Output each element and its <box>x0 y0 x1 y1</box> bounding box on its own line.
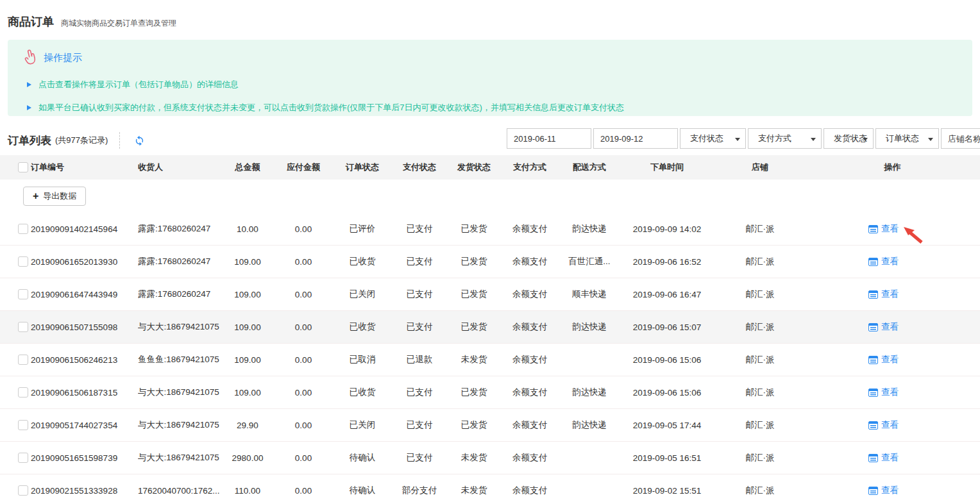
total-amount: 110.00 <box>223 486 273 496</box>
col-header-ship-status: 发货状态 <box>448 162 500 173</box>
table-body: 201909091402145964 露露:17680260247 10.00 … <box>0 213 980 502</box>
row-checkbox[interactable] <box>18 420 28 430</box>
shop-name: 邮汇·派 <box>715 256 805 267</box>
row-checkbox[interactable] <box>18 355 28 365</box>
delivery-method: 韵达快递 <box>560 387 619 398</box>
table-header: 订单编号 收货人 总金额 应付金额 订单状态 支付状态 发货状态 支付方式 配送… <box>0 155 980 180</box>
consignee: 与大大:18679421075 <box>138 452 223 464</box>
row-checkbox[interactable] <box>18 322 28 332</box>
chevron-down-icon <box>928 138 933 141</box>
order-status: 已关闭 <box>334 419 391 431</box>
delivery-method: 韵达快递 <box>560 419 619 431</box>
dashed-divider <box>119 132 120 149</box>
order-status: 待确认 <box>334 485 391 496</box>
order-number: 201909061647443949 <box>31 290 138 299</box>
due-amount: 0.00 <box>273 224 334 234</box>
view-order-link[interactable]: 查看 <box>868 452 899 464</box>
tips-title: 操作提示 <box>24 49 957 67</box>
pay-status: 已支付 <box>391 419 448 431</box>
view-icon <box>868 323 878 331</box>
row-checkbox[interactable] <box>18 256 28 267</box>
pay-method-select-label: 支付方式 <box>758 133 791 144</box>
total-amount: 2980.00 <box>223 453 273 463</box>
hand-pointer-icon <box>22 47 40 69</box>
shop-name-input[interactable] <box>941 128 980 149</box>
select-all-checkbox[interactable] <box>18 162 28 172</box>
table-row: 201909051744027354 与大大:18679421075 29.90… <box>0 409 980 442</box>
order-number: 201909051651598739 <box>31 453 138 463</box>
tips-title-label: 操作提示 <box>44 52 82 64</box>
pay-method-select[interactable]: 支付方式 <box>748 128 822 149</box>
refresh-button[interactable] <box>134 135 145 146</box>
table-row: 201909061506246213 鱼鱼鱼:18679421075 109.0… <box>0 344 980 376</box>
due-amount: 0.00 <box>273 421 334 430</box>
view-order-link[interactable]: 查看 <box>868 223 899 235</box>
pay-method: 余额支付 <box>500 354 560 365</box>
order-status-select[interactable]: 订单状态 <box>875 128 939 149</box>
due-amount: 0.00 <box>273 257 334 267</box>
bullet-triangle-icon <box>27 105 31 110</box>
view-link-label: 查看 <box>881 485 899 496</box>
order-status-select-label: 订单状态 <box>886 133 919 144</box>
shop-name: 邮汇·派 <box>715 321 805 333</box>
pay-status: 已退款 <box>391 354 448 365</box>
order-number: 201909021551333928 <box>31 486 138 496</box>
pay-method: 余额支付 <box>500 321 560 333</box>
export-data-button[interactable]: + 导出数据 <box>23 187 86 206</box>
page-title: 商品订单 <box>8 14 54 29</box>
pay-status: 已支付 <box>391 387 448 398</box>
tips-box: 操作提示 点击查看操作将显示订单（包括订单物品）的详细信息 如果平台已确认收到买… <box>8 40 972 116</box>
view-link-label: 查看 <box>881 452 899 464</box>
view-order-link[interactable]: 查看 <box>868 289 899 300</box>
order-number: 201909051744027354 <box>31 421 138 430</box>
ship-status-select[interactable]: 发货状态 <box>824 128 874 149</box>
order-time: 2019-09-06 16:52 <box>619 257 715 267</box>
col-header-pay-status: 支付状态 <box>391 162 448 173</box>
order-status: 已取消 <box>334 354 391 365</box>
table-row: 201909061506187315 与大大:18679421075 109.0… <box>0 376 980 409</box>
view-order-link[interactable]: 查看 <box>868 419 899 431</box>
ship-status: 已发货 <box>448 256 500 267</box>
view-link-label: 查看 <box>881 321 899 333</box>
date-to-input[interactable] <box>593 128 678 149</box>
ship-status: 已发货 <box>448 289 500 300</box>
order-status: 已收货 <box>334 256 391 267</box>
pay-status: 已支付 <box>391 223 448 235</box>
table-row: 201909051651598739 与大大:18679421075 2980.… <box>0 442 980 474</box>
view-icon <box>868 389 878 397</box>
ship-status: 已发货 <box>448 223 500 235</box>
col-header-total: 总金额 <box>223 162 273 173</box>
view-order-link[interactable]: 查看 <box>868 485 899 496</box>
tip-text: 如果平台已确认收到买家的付款，但系统支付状态并未变更，可以点击收到货款操作(仅限… <box>38 102 624 113</box>
view-order-link[interactable]: 查看 <box>868 387 899 398</box>
col-header-delivery: 配送方式 <box>560 162 619 173</box>
pay-status-select[interactable]: 支付状态 <box>680 128 746 149</box>
view-order-link[interactable]: 查看 <box>868 256 899 267</box>
view-link-label: 查看 <box>881 256 899 267</box>
row-checkbox[interactable] <box>18 485 28 496</box>
row-checkbox[interactable] <box>18 289 28 299</box>
pay-status: 已支付 <box>391 321 448 333</box>
shop-name: 邮汇·派 <box>715 485 805 496</box>
row-checkbox[interactable] <box>18 453 28 463</box>
tip-item: 如果平台已确认收到买家的付款，但系统支付状态并未变更，可以点击收到货款操作(仅限… <box>27 102 957 113</box>
col-header-order-no: 订单编号 <box>31 162 138 173</box>
row-checkbox[interactable] <box>18 224 28 234</box>
chevron-down-icon <box>735 138 740 141</box>
order-time: 2019-09-02 15:51 <box>619 486 715 496</box>
pay-method: 余额支付 <box>500 256 560 267</box>
view-order-link[interactable]: 查看 <box>868 354 899 365</box>
order-time: 2019-09-06 16:47 <box>619 290 715 299</box>
view-order-link[interactable]: 查看 <box>868 321 899 333</box>
pay-status: 部分支付 <box>391 485 448 496</box>
pay-method: 余额支付 <box>500 419 560 431</box>
order-number: 201909061506246213 <box>31 355 138 365</box>
due-amount: 0.00 <box>273 355 334 365</box>
bullet-triangle-icon <box>27 82 31 87</box>
date-from-input[interactable] <box>507 128 591 149</box>
filter-bar: 支付状态 支付方式 发货状态 订单状态 <box>507 128 980 149</box>
table-row: 201909021551333928 17620040700:1762... 1… <box>0 474 980 502</box>
due-amount: 0.00 <box>273 453 334 463</box>
due-amount: 0.00 <box>273 388 334 397</box>
row-checkbox[interactable] <box>18 387 28 397</box>
